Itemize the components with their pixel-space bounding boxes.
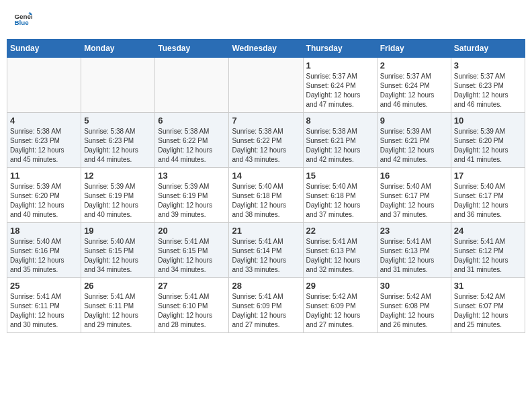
day-number: 2: [380, 60, 448, 71]
calendar-cell: 24Sunrise: 5:41 AMSunset: 6:12 PMDayligh…: [451, 223, 525, 278]
day-info: Sunrise: 5:40 AMSunset: 6:15 PMDaylight:…: [84, 237, 152, 275]
calendar-week-row: 25Sunrise: 5:41 AMSunset: 6:11 PMDayligh…: [7, 278, 525, 333]
day-info: Sunrise: 5:41 AMSunset: 6:11 PMDaylight:…: [10, 292, 78, 330]
day-header-saturday: Saturday: [451, 40, 525, 58]
day-number: 4: [10, 116, 78, 126]
day-info: Sunrise: 5:37 AMSunset: 6:24 PMDaylight:…: [380, 72, 448, 109]
day-info: Sunrise: 5:38 AMSunset: 6:22 PMDaylight:…: [232, 127, 300, 165]
calendar-cell: [229, 58, 303, 113]
calendar-cell: 30Sunrise: 5:42 AMSunset: 6:08 PMDayligh…: [377, 278, 451, 333]
day-header-thursday: Thursday: [303, 40, 377, 58]
calendar-cell: 9Sunrise: 5:39 AMSunset: 6:21 PMDaylight…: [377, 113, 451, 168]
day-info: Sunrise: 5:38 AMSunset: 6:22 PMDaylight:…: [158, 127, 226, 165]
svg-text:Blue: Blue: [14, 19, 29, 26]
day-number: 17: [454, 171, 522, 181]
day-number: 6: [158, 116, 226, 126]
logo-icon: General Blue: [13, 10, 32, 29]
day-header-friday: Friday: [377, 40, 451, 58]
calendar-cell: 17Sunrise: 5:40 AMSunset: 6:17 PMDayligh…: [451, 168, 525, 223]
day-number: 29: [306, 281, 374, 291]
day-info: Sunrise: 5:37 AMSunset: 6:23 PMDaylight:…: [454, 72, 522, 109]
calendar-cell: 26Sunrise: 5:41 AMSunset: 6:11 PMDayligh…: [81, 278, 155, 333]
day-info: Sunrise: 5:39 AMSunset: 6:21 PMDaylight:…: [380, 127, 448, 165]
calendar-cell: 6Sunrise: 5:38 AMSunset: 6:22 PMDaylight…: [155, 113, 229, 168]
day-info: Sunrise: 5:42 AMSunset: 6:07 PMDaylight:…: [454, 292, 522, 330]
calendar-cell: 7Sunrise: 5:38 AMSunset: 6:22 PMDaylight…: [229, 113, 303, 168]
calendar-cell: 3Sunrise: 5:37 AMSunset: 6:23 PMDaylight…: [451, 58, 525, 113]
calendar-cell: 1Sunrise: 5:37 AMSunset: 6:24 PMDaylight…: [303, 58, 377, 113]
day-number: 30: [380, 281, 448, 291]
calendar-cell: 20Sunrise: 5:41 AMSunset: 6:15 PMDayligh…: [155, 223, 229, 278]
day-number: 10: [454, 116, 522, 126]
calendar-cell: 29Sunrise: 5:42 AMSunset: 6:09 PMDayligh…: [303, 278, 377, 333]
day-number: 26: [84, 281, 152, 291]
day-info: Sunrise: 5:41 AMSunset: 6:13 PMDaylight:…: [306, 237, 374, 275]
calendar-cell: 22Sunrise: 5:41 AMSunset: 6:13 PMDayligh…: [303, 223, 377, 278]
day-number: 12: [84, 171, 152, 181]
day-info: Sunrise: 5:38 AMSunset: 6:23 PMDaylight:…: [10, 127, 78, 165]
calendar-cell: 2Sunrise: 5:37 AMSunset: 6:24 PMDaylight…: [377, 58, 451, 113]
calendar-cell: [81, 58, 155, 113]
day-number: 24: [454, 226, 522, 236]
day-number: 14: [232, 171, 300, 181]
day-number: 20: [158, 226, 226, 236]
calendar-cell: 28Sunrise: 5:41 AMSunset: 6:09 PMDayligh…: [229, 278, 303, 333]
calendar-cell: 8Sunrise: 5:38 AMSunset: 6:21 PMDaylight…: [303, 113, 377, 168]
calendar-cell: [155, 58, 229, 113]
day-number: 23: [380, 226, 448, 236]
day-info: Sunrise: 5:40 AMSunset: 6:16 PMDaylight:…: [10, 237, 78, 275]
day-number: 9: [380, 116, 448, 126]
calendar-week-row: 1Sunrise: 5:37 AMSunset: 6:24 PMDaylight…: [7, 58, 525, 113]
day-number: 7: [232, 116, 300, 126]
calendar-week-row: 4Sunrise: 5:38 AMSunset: 6:23 PMDaylight…: [7, 113, 525, 168]
calendar-cell: 4Sunrise: 5:38 AMSunset: 6:23 PMDaylight…: [7, 113, 81, 168]
day-number: 13: [158, 171, 226, 181]
calendar-header-row: SundayMondayTuesdayWednesdayThursdayFrid…: [7, 40, 525, 58]
day-info: Sunrise: 5:42 AMSunset: 6:09 PMDaylight:…: [306, 292, 374, 330]
day-header-sunday: Sunday: [7, 40, 81, 58]
day-number: 19: [84, 226, 152, 236]
day-info: Sunrise: 5:40 AMSunset: 6:18 PMDaylight:…: [232, 182, 300, 220]
day-info: Sunrise: 5:39 AMSunset: 6:20 PMDaylight:…: [10, 182, 78, 220]
day-number: 18: [10, 226, 78, 236]
day-info: Sunrise: 5:42 AMSunset: 6:08 PMDaylight:…: [380, 292, 448, 330]
day-info: Sunrise: 5:39 AMSunset: 6:20 PMDaylight:…: [454, 127, 522, 165]
day-number: 21: [232, 226, 300, 236]
calendar-cell: 13Sunrise: 5:39 AMSunset: 6:19 PMDayligh…: [155, 168, 229, 223]
calendar-cell: 19Sunrise: 5:40 AMSunset: 6:15 PMDayligh…: [81, 223, 155, 278]
day-header-monday: Monday: [81, 40, 155, 58]
day-header-wednesday: Wednesday: [229, 40, 303, 58]
day-info: Sunrise: 5:41 AMSunset: 6:09 PMDaylight:…: [232, 292, 300, 330]
calendar-cell: 12Sunrise: 5:39 AMSunset: 6:19 PMDayligh…: [81, 168, 155, 223]
day-number: 8: [306, 116, 374, 126]
calendar-cell: 27Sunrise: 5:41 AMSunset: 6:10 PMDayligh…: [155, 278, 229, 333]
day-info: Sunrise: 5:40 AMSunset: 6:18 PMDaylight:…: [306, 182, 374, 220]
calendar-cell: 16Sunrise: 5:40 AMSunset: 6:17 PMDayligh…: [377, 168, 451, 223]
calendar-cell: 23Sunrise: 5:41 AMSunset: 6:13 PMDayligh…: [377, 223, 451, 278]
day-info: Sunrise: 5:39 AMSunset: 6:19 PMDaylight:…: [84, 182, 152, 220]
day-info: Sunrise: 5:41 AMSunset: 6:15 PMDaylight:…: [158, 237, 226, 275]
day-number: 11: [10, 171, 78, 181]
day-info: Sunrise: 5:38 AMSunset: 6:23 PMDaylight:…: [84, 127, 152, 165]
calendar-cell: 25Sunrise: 5:41 AMSunset: 6:11 PMDayligh…: [7, 278, 81, 333]
day-number: 3: [454, 60, 522, 71]
calendar-cell: 21Sunrise: 5:41 AMSunset: 6:14 PMDayligh…: [229, 223, 303, 278]
calendar-cell: 10Sunrise: 5:39 AMSunset: 6:20 PMDayligh…: [451, 113, 525, 168]
calendar-table: SundayMondayTuesdayWednesdayThursdayFrid…: [7, 39, 525, 333]
calendar-cell: 18Sunrise: 5:40 AMSunset: 6:16 PMDayligh…: [7, 223, 81, 278]
calendar-cell: 15Sunrise: 5:40 AMSunset: 6:18 PMDayligh…: [303, 168, 377, 223]
day-info: Sunrise: 5:41 AMSunset: 6:11 PMDaylight:…: [84, 292, 152, 330]
day-header-tuesday: Tuesday: [155, 40, 229, 58]
day-number: 5: [84, 116, 152, 126]
day-info: Sunrise: 5:41 AMSunset: 6:12 PMDaylight:…: [454, 237, 522, 275]
day-info: Sunrise: 5:40 AMSunset: 6:17 PMDaylight:…: [454, 182, 522, 220]
day-number: 1: [306, 60, 374, 71]
day-number: 31: [454, 281, 522, 291]
logo: General Blue: [13, 10, 35, 29]
calendar-cell: [7, 58, 81, 113]
day-number: 15: [306, 171, 374, 181]
day-info: Sunrise: 5:40 AMSunset: 6:17 PMDaylight:…: [380, 182, 448, 220]
day-number: 28: [232, 281, 300, 291]
calendar-cell: 14Sunrise: 5:40 AMSunset: 6:18 PMDayligh…: [229, 168, 303, 223]
page-header: General Blue: [7, 7, 525, 32]
